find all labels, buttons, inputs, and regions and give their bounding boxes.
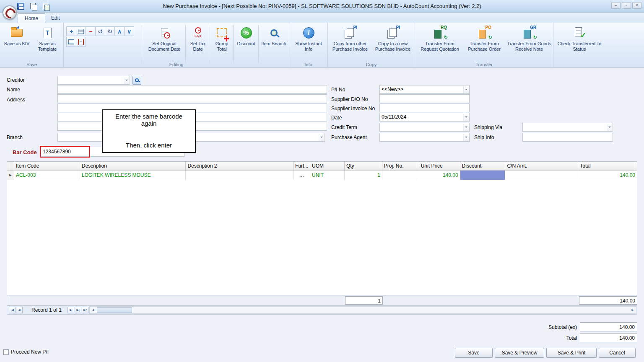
check-transferred-button[interactable]: ✓ Check Transferred To Status (555, 25, 604, 52)
chevron-down-icon[interactable] (463, 134, 469, 141)
copy-to-new-button[interactable]: PI Copy to a new Purchase Invoice (372, 25, 414, 52)
list-icon: ≡ (78, 39, 84, 45)
cell-proj-no[interactable] (382, 171, 419, 180)
minimize-button[interactable]: – (611, 2, 621, 9)
supplier-do-input[interactable] (379, 94, 470, 103)
cell-total[interactable]: 140.00 (578, 171, 637, 180)
discount-button[interactable]: % Discount (235, 25, 257, 47)
group-total-button[interactable]: Group Total (211, 25, 232, 52)
scrollbar-thumb[interactable] (97, 307, 132, 313)
column-header-total[interactable]: Total (578, 162, 637, 170)
tax-clock-icon (195, 27, 201, 34)
quick-access-toolbar (16, 2, 50, 11)
date-picker[interactable]: 05/11/2024 (379, 113, 470, 122)
column-header-unit-price[interactable]: Unit Price (419, 162, 460, 170)
current-row-marker-icon: ▶ (9, 173, 11, 177)
transfer-from-request-quotation-button[interactable]: RQ↻ Transfer From Request Quotation (418, 25, 462, 52)
cell-description[interactable]: LOGITEK WIRELESS MOUSE (80, 171, 186, 180)
undo-icon[interactable]: ↺ (95, 26, 105, 36)
cell-cn-amt[interactable] (505, 171, 578, 180)
credit-term-combo[interactable] (379, 123, 470, 132)
nav-append-button[interactable]: ▶* (82, 307, 88, 313)
shipping-via-combo[interactable] (522, 123, 613, 132)
chevron-down-icon[interactable] (463, 86, 469, 93)
chevron-down-icon[interactable] (607, 124, 612, 131)
chevron-down-icon[interactable] (124, 77, 129, 84)
chevron-down-icon[interactable] (319, 134, 324, 141)
check-status-icon: ✓ (574, 27, 585, 39)
summary-qty: 1 (345, 296, 383, 305)
cell-unit-price[interactable]: 140.00 (419, 171, 460, 180)
delete-row-icon[interactable]: − (86, 26, 96, 36)
shipping-via-label: Shipping Via (474, 124, 502, 130)
column-header-description2[interactable]: Description 2 (186, 162, 293, 170)
save-preview-button[interactable]: Save & Preview (495, 348, 544, 358)
restore-button[interactable]: ▫ (622, 2, 631, 9)
total-value: 140.00 (580, 333, 637, 342)
nav-prev-button[interactable]: ◀ (16, 307, 23, 313)
tab-home[interactable]: Home (18, 13, 45, 23)
range-edit-icon[interactable] (66, 37, 76, 47)
redo-icon[interactable]: ↻ (105, 26, 115, 36)
column-header-qty[interactable]: Qty (345, 162, 382, 170)
set-tax-date-button[interactable]: TAX Set Tax Date (187, 25, 209, 52)
cell-qty[interactable]: 1 (345, 171, 382, 180)
address-line1-input[interactable] (57, 94, 327, 103)
save-button[interactable]: Save (455, 348, 493, 358)
creditor-combo[interactable] (57, 76, 130, 85)
horizontal-scrollbar[interactable]: ◀ ▶ (89, 306, 636, 314)
purchase-agent-combo[interactable] (379, 133, 470, 142)
cell-item-code[interactable]: ACL-003 (14, 171, 80, 180)
column-header-cn-amt[interactable]: C/N Amt. (505, 162, 578, 170)
transfer-from-purchase-order-button[interactable]: PO↻ Transfer From Purchase Order (463, 25, 506, 52)
ship-info-input[interactable] (522, 133, 613, 142)
add-row-icon[interactable]: + (66, 26, 76, 36)
scroll-right-icon[interactable]: ▶ (629, 307, 636, 313)
column-header-further[interactable]: Furt... (293, 162, 310, 170)
nav-first-button[interactable]: |◀ (9, 307, 16, 313)
autocount-logo[interactable] (3, 5, 17, 20)
save-print-button[interactable]: Save & Print (546, 348, 597, 358)
transfer-from-goods-receive-note-button[interactable]: GR↻ Transfer From Goods Receive Note (506, 25, 552, 52)
scroll-left-icon[interactable]: ◀ (90, 307, 96, 313)
name-input[interactable] (57, 85, 327, 94)
cell-uom[interactable]: UNIT (310, 171, 345, 180)
column-header-proj-no[interactable]: Proj. No. (382, 162, 419, 170)
tab-edit[interactable]: Edit (44, 13, 67, 23)
nav-next-button[interactable]: ▶ (68, 307, 74, 313)
save-as-kiv-button[interactable]: Save as KIV (3, 25, 31, 47)
copy-from-other-button[interactable]: PI Copy from other Purchase Invoice (329, 25, 371, 52)
column-header-uom[interactable]: UOM (310, 162, 345, 170)
insert-row-icon[interactable] (76, 26, 86, 36)
chevron-down-icon[interactable] (463, 114, 469, 121)
column-header-item-code[interactable]: Item Code (14, 162, 80, 170)
supplier-invoice-input[interactable] (379, 103, 470, 112)
column-header-description[interactable]: Description (80, 162, 186, 170)
copy-document-icon[interactable] (29, 2, 38, 11)
cell-discount-selected[interactable] (460, 171, 506, 180)
show-instant-info-button[interactable]: i Show Instant Info (293, 25, 325, 52)
creditor-lookup-button[interactable] (132, 76, 141, 85)
set-original-document-date-button[interactable]: Set Original Document Date (144, 25, 184, 52)
cell-further-ellipsis-button[interactable]: … (293, 171, 310, 180)
table-row[interactable]: ▶ ACL-003 LOGITEK WIRELESS MOUSE … UNIT … (7, 171, 637, 180)
item-list-icon[interactable]: ≡ (76, 37, 86, 47)
chevron-down-icon[interactable] (463, 124, 469, 131)
cell-description2[interactable] (186, 171, 293, 180)
close-button[interactable]: × (632, 2, 641, 9)
column-header-discount[interactable]: Discount (460, 162, 506, 170)
new-document-icon[interactable] (41, 2, 50, 11)
move-down-icon[interactable]: ∨ (124, 26, 134, 36)
group-label-transfer: Transfer (415, 62, 553, 67)
grid-empty-area[interactable] (7, 180, 637, 295)
proceed-new-pi-checkbox[interactable] (3, 349, 9, 355)
save-as-template-button[interactable]: T Save as Template (34, 25, 61, 52)
move-up-icon[interactable]: ∧ (114, 26, 125, 36)
nav-last-button[interactable]: ▶| (75, 307, 81, 313)
row-selector[interactable]: ▶ (7, 171, 14, 180)
item-search-button[interactable]: Item Search (260, 25, 288, 47)
pi-no-combo[interactable]: <<New>> (379, 85, 470, 94)
save-icon[interactable] (16, 2, 25, 11)
grid-icon (68, 39, 74, 44)
cancel-button[interactable]: Cancel (599, 348, 636, 358)
